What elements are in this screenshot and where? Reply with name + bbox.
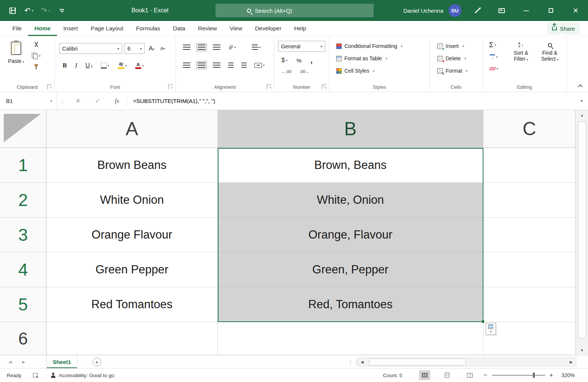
sheet-nav-previous-button[interactable]: ◀: [4, 355, 16, 369]
merge-center-button[interactable]: [253, 62, 266, 69]
horizontal-scrollbar-thumb[interactable]: [369, 358, 466, 366]
tab-help[interactable]: Help: [288, 21, 313, 36]
accounting-format-button[interactable]: $: [280, 56, 289, 64]
row-header-2[interactable]: 2: [0, 183, 46, 218]
formula-bar-grip[interactable]: ⋮: [57, 92, 68, 110]
decrease-indent-button[interactable]: [226, 62, 235, 69]
accessibility-status[interactable]: Accessibility: Good to go: [51, 369, 114, 382]
cancel-button[interactable]: ✕: [68, 92, 88, 110]
cell-styles-button[interactable]: Cell Styles: [334, 66, 377, 76]
bottom-align-button[interactable]: [211, 44, 222, 51]
cut-button[interactable]: [30, 41, 42, 48]
fill-button[interactable]: ↓: [488, 54, 500, 60]
center-button[interactable]: [196, 61, 207, 69]
format-painter-button[interactable]: [30, 63, 42, 70]
redo-button[interactable]: ↷▾: [38, 3, 52, 18]
font-size-combobox[interactable]: 6: [124, 43, 145, 54]
zoom-slider-track[interactable]: [492, 375, 545, 376]
cell-C2[interactable]: [483, 183, 576, 218]
enter-button[interactable]: ✓: [88, 92, 107, 110]
horizontal-scrollbar[interactable]: ◀ ▶: [357, 357, 576, 367]
paste-button[interactable]: Paste: [5, 39, 27, 83]
font-color-button[interactable]: A: [133, 61, 146, 70]
cell-A5[interactable]: Red Tomantoes: [46, 287, 218, 322]
number-dialog-launcher[interactable]: ↘: [322, 85, 326, 89]
tab-view[interactable]: View: [223, 21, 248, 36]
scroll-down-button[interactable]: ▼: [576, 345, 588, 355]
minimize-button[interactable]: ─: [514, 0, 539, 21]
comma-style-button[interactable]: ,: [308, 55, 314, 66]
alignment-dialog-launcher[interactable]: ↘: [267, 85, 271, 89]
row-header-3[interactable]: 3: [0, 218, 46, 252]
cell-A3[interactable]: Orange Flavour: [46, 218, 218, 252]
orientation-button[interactable]: ab: [226, 44, 238, 51]
cell-C5[interactable]: [483, 287, 576, 322]
font-dialog-launcher[interactable]: ↘: [168, 85, 173, 89]
cell-C1[interactable]: [483, 148, 576, 183]
row-header-4[interactable]: 4: [0, 252, 46, 287]
insert-cells-button[interactable]: +Insert: [435, 41, 466, 51]
sheet-tab-sheet1[interactable]: Sheet1: [46, 355, 77, 369]
zoom-level[interactable]: 320%: [561, 369, 575, 382]
vertical-scrollbar[interactable]: ▲ ▼: [576, 110, 588, 355]
increase-indent-button[interactable]: [239, 62, 248, 69]
bold-button[interactable]: B: [61, 61, 69, 70]
page-break-view-button[interactable]: [464, 370, 475, 380]
scroll-up-button[interactable]: ▲: [576, 110, 588, 120]
column-header-A[interactable]: A: [46, 110, 218, 148]
tab-developer[interactable]: Developer: [248, 21, 288, 36]
row-header-5[interactable]: 5: [0, 287, 46, 322]
align-right-button[interactable]: [211, 62, 222, 69]
save-button[interactable]: [5, 3, 19, 18]
cell-B2[interactable]: White, Onion: [218, 183, 483, 218]
tab-page-layout[interactable]: Page Layout: [84, 21, 130, 36]
scroll-left-button[interactable]: ◀: [357, 358, 367, 366]
row-header-6[interactable]: 6: [0, 322, 46, 355]
middle-align-button[interactable]: [196, 43, 207, 51]
name-box[interactable]: B1: [0, 92, 57, 110]
underline-button[interactable]: U: [84, 61, 94, 70]
autofill-options-button[interactable]: ▾: [486, 323, 496, 335]
tab-data[interactable]: Data: [166, 21, 192, 36]
select-all-corner[interactable]: [0, 110, 46, 148]
cell-C6[interactable]: [483, 322, 576, 355]
clipboard-dialog-launcher[interactable]: ↘: [47, 85, 52, 89]
cell-A2[interactable]: White Onion: [46, 183, 218, 218]
normal-view-button[interactable]: [419, 370, 430, 380]
collapse-ribbon-button[interactable]: [578, 84, 583, 89]
increase-decimal-button[interactable]: ←.00: [280, 69, 293, 75]
copy-button[interactable]: [30, 52, 42, 60]
fill-color-button[interactable]: [116, 62, 129, 70]
share-button[interactable]: Share: [547, 22, 580, 34]
decrease-font-size-button[interactable]: A: [159, 45, 167, 52]
wrap-text-button[interactable]: ↩: [250, 44, 263, 51]
percent-style-button[interactable]: %: [295, 57, 303, 64]
number-format-combobox[interactable]: General: [278, 41, 325, 52]
increase-font-size-button[interactable]: A: [147, 45, 156, 53]
font-name-combobox[interactable]: Calibri: [59, 43, 122, 54]
tab-formulas[interactable]: Formulas: [130, 21, 167, 36]
vertical-scrollbar-thumb[interactable]: [578, 121, 586, 339]
align-left-button[interactable]: [181, 62, 192, 69]
zoom-out-button[interactable]: −: [483, 369, 487, 382]
column-header-C[interactable]: C: [483, 110, 576, 148]
cell-A4[interactable]: Green Pepper: [46, 252, 218, 287]
column-header-B[interactable]: B: [218, 110, 483, 148]
search-box[interactable]: Search (Alt+Q): [215, 4, 374, 17]
borders-button[interactable]: [99, 62, 111, 69]
autosum-button[interactable]: Σ: [487, 40, 498, 50]
format-cells-button[interactable]: ✎Format: [435, 66, 470, 76]
cell-C4[interactable]: [483, 252, 576, 287]
tab-review[interactable]: Review: [192, 21, 223, 36]
find-select-button[interactable]: Find & Select▾: [537, 39, 563, 62]
cell-B1[interactable]: Brown, Beans: [218, 148, 483, 183]
formula-bar-expand-button[interactable]: ▾: [575, 92, 588, 110]
cell-A1[interactable]: Brown Beans: [46, 148, 218, 183]
formula-input[interactable]: =SUBSTITUTE(TRIM(A1)," ",", "): [127, 92, 575, 110]
clear-button[interactable]: [488, 66, 500, 71]
tab-file[interactable]: File: [6, 21, 28, 36]
sort-filter-button[interactable]: AZ↓ Sort & Filter▾: [507, 39, 534, 62]
macro-record-button[interactable]: [33, 369, 38, 382]
maximize-button[interactable]: [539, 0, 563, 21]
ribbon-display-options-button[interactable]: [494, 3, 509, 18]
